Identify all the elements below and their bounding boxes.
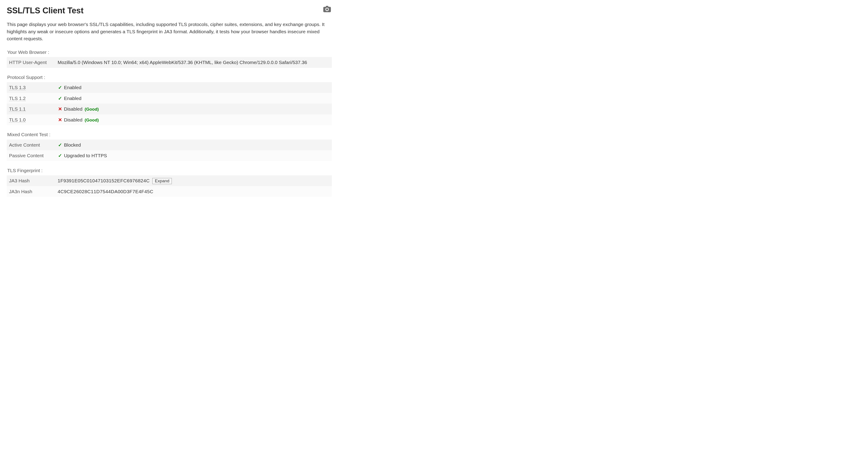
row-value: ✕Disabled (Good) [55,104,332,114]
row-value: 4C9CE26028C11D7544DA00D3F7E4F45C [55,186,332,197]
table-row: TLS 1.3 ✓Enabled [7,82,332,93]
row-value: ✓Upgraded to HTTPS [55,150,332,161]
check-icon: ✓ [58,95,63,102]
check-icon: ✓ [58,152,63,159]
good-note: (Good) [85,118,99,122]
table-row: JA3n Hash 4C9CE26028C11D7544DA00D3F7E4F4… [7,186,332,197]
table-row: HTTP User-Agent Mozilla/5.0 (Windows NT … [7,57,332,68]
screenshot-icon[interactable] [323,6,331,12]
section-heading-protocol: Protocol Support : [7,74,332,81]
expand-button[interactable]: Expand [152,178,172,184]
row-label: Passive Content [7,150,55,161]
row-label[interactable]: TLS 1.2 [7,93,55,104]
cross-icon: ✕ [58,116,63,123]
table-row: Active Content ✓Blocked [7,140,332,150]
section-heading-fingerprint: TLS Fingerprint : [7,167,332,174]
section-heading-browser: Your Web Browser : [7,49,332,56]
row-value: ✓Blocked [55,140,332,150]
row-value: ✕Disabled (Good) [55,114,332,125]
fingerprint-table: JA3 Hash 1F9391E05C01047103152EFC6976824… [7,175,332,197]
row-label[interactable]: TLS 1.0 [7,114,55,125]
check-icon: ✓ [58,141,63,149]
row-label: Active Content [7,140,55,150]
table-row: TLS 1.0 ✕Disabled (Good) [7,114,332,125]
check-icon: ✓ [58,84,63,91]
table-row: JA3 Hash 1F9391E05C01047103152EFC6976824… [7,175,332,186]
protocol-table: TLS 1.3 ✓Enabled TLS 1.2 ✓Enabled TLS 1.… [7,82,332,125]
row-value: ✓Enabled [55,93,332,104]
table-row: TLS 1.1 ✕Disabled (Good) [7,104,332,114]
row-label[interactable]: TLS 1.3 [7,82,55,93]
table-row: TLS 1.2 ✓Enabled [7,93,332,104]
good-note: (Good) [85,107,99,112]
row-value: ✓Enabled [55,82,332,93]
row-label: JA3n Hash [7,186,55,197]
row-label: JA3 Hash [7,175,55,186]
browser-table: HTTP User-Agent Mozilla/5.0 (Windows NT … [7,57,332,68]
row-value: 1F9391E05C01047103152EFC6976824C Expand [55,175,332,186]
section-heading-mixed: Mixed Content Test : [7,131,332,138]
page-title: SSL/TLS Client Test [7,4,84,17]
intro-text: This page displays your web browser's SS… [7,21,332,42]
table-row: Passive Content ✓Upgraded to HTTPS [7,150,332,161]
row-label: HTTP User-Agent [7,57,55,68]
cross-icon: ✕ [58,106,63,113]
row-value: Mozilla/5.0 (Windows NT 10.0; Win64; x64… [55,57,332,68]
row-label[interactable]: TLS 1.1 [7,104,55,114]
mixed-table: Active Content ✓Blocked Passive Content … [7,140,332,161]
